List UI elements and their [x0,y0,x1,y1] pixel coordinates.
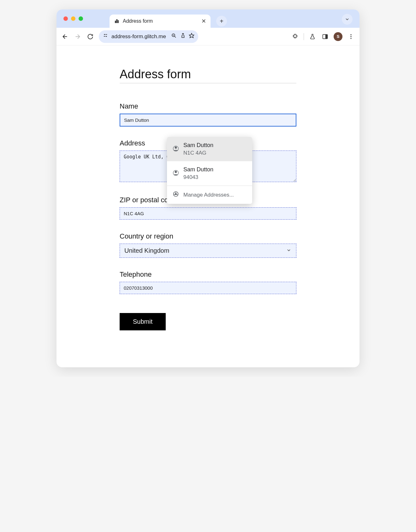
country-select[interactable]: United Kingdom [120,244,296,258]
browser-tab[interactable]: Address form ✕ [110,15,211,28]
svg-point-14 [350,36,351,37]
zip-input[interactable] [120,207,296,220]
url-text: address-form.glitch.me [111,33,168,40]
page-title: Address form [120,68,296,83]
autofill-name: Sam Dutton [183,166,213,173]
name-input[interactable] [120,114,296,127]
bookmark-icon[interactable] [189,33,194,40]
country-label: Country or region [120,232,296,240]
maximize-window-button[interactable] [79,16,83,21]
page-content: Address form Name Sam Dutton N1C 4AG [56,45,360,367]
menu-icon[interactable] [347,33,355,41]
autofill-popup: Sam Dutton N1C 4AG Sam Dutton 94043 Mana… [167,137,252,204]
share-icon[interactable] [180,33,186,40]
tab-favicon-icon [114,18,120,24]
manage-addresses-label: Manage Addresses... [183,192,234,198]
window-controls [63,16,83,21]
svg-point-21 [175,193,177,195]
telephone-label: Telephone [120,270,296,279]
autofill-suggestion[interactable]: Sam Dutton N1C 4AG [167,137,252,161]
browser-toolbar: address-form.glitch.me S [56,28,360,45]
svg-line-7 [175,36,176,38]
site-info-icon[interactable] [103,33,108,40]
name-label: Name [120,102,296,110]
autofill-name: Sam Dutton [183,142,213,149]
submit-button[interactable]: Submit [120,313,166,330]
sidepanel-icon[interactable] [321,33,329,41]
browser-window: Address form ✕ + address-form.glitch.me [56,9,360,367]
reload-button[interactable] [86,33,94,41]
tab-title: Address form [123,18,153,24]
close-window-button[interactable] [63,16,68,21]
svg-rect-3 [105,34,107,35]
chrome-icon [173,191,179,199]
svg-point-15 [350,38,351,39]
telephone-field-group: Telephone [120,270,296,294]
tab-strip: Address form ✕ + [56,9,360,28]
name-field-group: Name [120,102,296,127]
toolbar-divider [304,33,304,40]
address-bar[interactable]: address-form.glitch.me [99,30,198,43]
minimize-window-button[interactable] [71,16,75,21]
person-icon [173,145,179,153]
close-tab-icon[interactable]: ✕ [201,18,206,25]
extensions-icon[interactable] [291,33,299,41]
profile-avatar[interactable]: S [334,32,342,41]
manage-addresses-link[interactable]: Manage Addresses... [167,186,252,204]
autofill-sub: 94043 [183,174,213,180]
svg-rect-12 [325,34,328,38]
avatar-letter: S [337,34,340,39]
svg-point-13 [350,34,351,35]
back-button[interactable] [61,33,69,41]
zoom-icon[interactable] [171,33,177,40]
autofill-sub: N1C 4AG [183,150,213,156]
svg-marker-10 [189,33,194,38]
labs-icon[interactable] [308,33,317,41]
autofill-suggestion[interactable]: Sam Dutton 94043 [167,161,252,186]
telephone-input[interactable] [120,282,296,294]
svg-point-2 [104,34,105,35]
person-icon [173,170,179,177]
svg-point-16 [175,146,177,149]
forward-button[interactable] [74,33,82,41]
svg-rect-5 [104,36,105,37]
tabs-dropdown-button[interactable] [342,14,353,25]
new-tab-button[interactable]: + [216,16,227,27]
svg-point-18 [175,171,177,173]
country-field-group: Country or region United Kingdom [120,232,296,258]
svg-point-4 [106,36,107,37]
